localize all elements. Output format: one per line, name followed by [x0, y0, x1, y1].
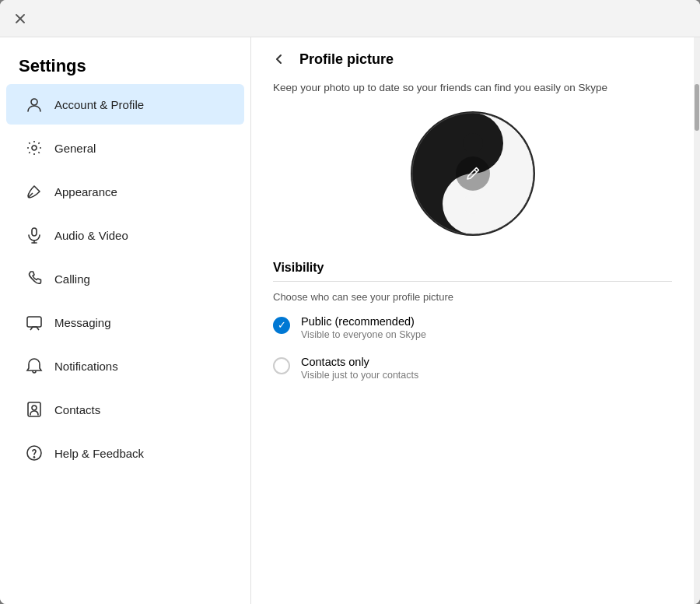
gear-icon — [25, 139, 44, 157]
svg-line-17 — [474, 170, 477, 172]
sidebar-label-notifications: Notifications — [54, 360, 118, 373]
sidebar-item-appearance[interactable]: Appearance — [6, 171, 244, 212]
avatar-edit-overlay — [411, 111, 535, 236]
sidebar-label-help-feedback: Help & Feedback — [54, 447, 144, 460]
visibility-title: Visibility — [273, 261, 672, 275]
visibility-divider — [273, 281, 672, 282]
panel-title: Profile picture — [299, 51, 394, 68]
radio-option-contacts-only-text: Contacts only Visible just to your conta… — [301, 356, 418, 381]
avatar-wrapper[interactable] — [411, 111, 535, 236]
radio-circle-contacts-only — [273, 357, 290, 374]
svg-point-3 — [32, 146, 37, 150]
svg-point-2 — [31, 99, 37, 105]
radio-check-public: ✓ — [278, 319, 286, 331]
contacts-icon — [25, 400, 44, 419]
phone-icon — [25, 269, 44, 288]
svg-point-12 — [33, 457, 34, 458]
radio-label-contacts-only: Contacts only — [301, 356, 418, 368]
sidebar-item-messaging[interactable]: Messaging — [6, 302, 244, 342]
bell-icon — [25, 356, 44, 375]
svg-rect-5 — [32, 228, 37, 236]
radio-sublabel-contacts-only: Visible just to your contacts — [301, 370, 418, 381]
radio-sublabel-public: Visible to everyone on Skype — [301, 329, 426, 340]
settings-window: Settings Account & Profile — [0, 0, 700, 604]
sidebar-title: Settings — [0, 44, 250, 83]
sidebar-label-account-profile: Account & Profile — [54, 98, 144, 111]
sidebar-label-audio-video: Audio & Video — [54, 229, 128, 242]
person-icon — [25, 95, 44, 114]
content-area: Settings Account & Profile — [0, 37, 700, 604]
panel-header: Profile picture — [251, 37, 694, 81]
back-button[interactable] — [267, 47, 292, 72]
svg-point-10 — [32, 406, 37, 410]
sidebar-item-help-feedback[interactable]: Help & Feedback — [6, 433, 244, 473]
radio-option-contacts-only[interactable]: Contacts only Visible just to your conta… — [273, 356, 672, 381]
appearance-icon — [25, 182, 44, 201]
sidebar-label-appearance: Appearance — [54, 185, 117, 198]
radio-label-public: Public (recommended) — [301, 315, 426, 328]
panel-subtitle: Keep your photo up to date so your frien… — [273, 81, 672, 96]
panel-body: Keep your photo up to date so your frien… — [251, 81, 694, 415]
help-icon — [25, 444, 44, 462]
sidebar-label-general: General — [54, 142, 96, 155]
close-button[interactable] — [9, 8, 31, 30]
sidebar-item-calling[interactable]: Calling — [6, 258, 244, 299]
scrollbar-thumb — [695, 84, 699, 131]
radio-option-public-text: Public (recommended) Visible to everyone… — [301, 315, 426, 340]
sidebar-label-calling: Calling — [54, 272, 90, 286]
scrollbar[interactable] — [694, 37, 700, 604]
sidebar-item-account-profile[interactable]: Account & Profile — [6, 84, 244, 125]
main-panel: Profile picture Keep your photo up to da… — [251, 37, 694, 604]
sidebar-item-contacts[interactable]: Contacts — [6, 389, 244, 430]
title-bar — [0, 0, 700, 37]
sidebar-item-audio-video[interactable]: Audio & Video — [6, 215, 244, 255]
sidebar-item-notifications[interactable]: Notifications — [6, 346, 244, 386]
edit-pencil-icon — [456, 156, 490, 191]
sidebar-label-contacts: Contacts — [54, 403, 100, 416]
sidebar-label-messaging: Messaging — [54, 316, 111, 329]
visibility-section: Visibility Choose who can see your profi… — [273, 261, 672, 381]
radio-option-public[interactable]: ✓ Public (recommended) Visible to everyo… — [273, 315, 672, 340]
messaging-icon — [25, 313, 44, 332]
avatar-container — [273, 111, 672, 236]
microphone-icon — [25, 226, 44, 244]
svg-rect-8 — [27, 317, 41, 327]
radio-circle-public: ✓ — [273, 317, 290, 334]
visibility-subtitle: Choose who can see your profile picture — [273, 291, 672, 303]
sidebar: Settings Account & Profile — [0, 37, 251, 604]
sidebar-item-general[interactable]: General — [6, 128, 244, 168]
